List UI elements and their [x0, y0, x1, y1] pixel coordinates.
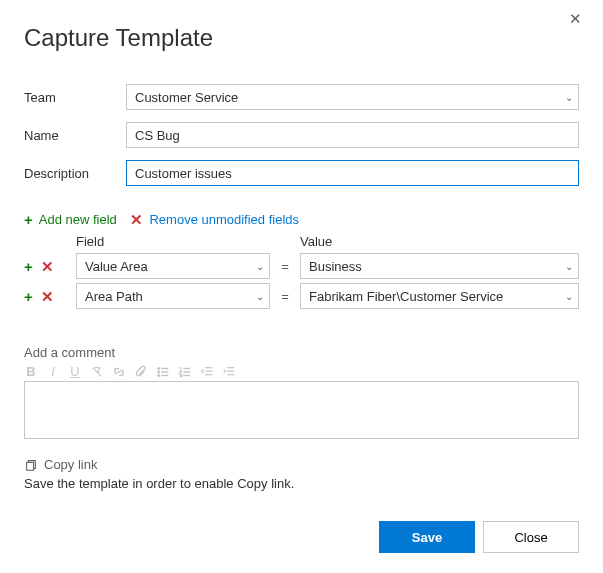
field-column-header: Field [76, 234, 270, 249]
dialog-title: Capture Template [24, 24, 579, 52]
equals-sign: = [270, 289, 300, 304]
number-list-icon[interactable] [178, 365, 192, 379]
team-label: Team [24, 90, 126, 105]
value-select-0[interactable] [300, 253, 579, 279]
copy-link-label: Copy link [44, 457, 97, 472]
bullet-list-icon[interactable] [156, 365, 170, 379]
row-remove-icon[interactable]: ✕ [41, 259, 54, 274]
row-add-icon[interactable]: + [24, 259, 33, 274]
svg-rect-3 [27, 462, 34, 470]
svg-point-0 [158, 367, 160, 369]
field-select-1[interactable] [76, 283, 270, 309]
value-select-1[interactable] [300, 283, 579, 309]
remove-unmodified-label: Remove unmodified fields [149, 212, 299, 227]
svg-point-1 [158, 371, 160, 373]
add-new-field-link[interactable]: + Add new field [24, 212, 117, 227]
remove-unmodified-link[interactable]: ✕ Remove unmodified fields [130, 212, 299, 227]
x-icon: ✕ [130, 212, 143, 227]
field-row: + ✕ ⌄ = ⌄ [24, 253, 579, 279]
description-label: Description [24, 166, 126, 181]
attachment-icon[interactable] [134, 365, 148, 379]
row-remove-icon[interactable]: ✕ [41, 289, 54, 304]
bold-icon[interactable]: B [24, 364, 38, 379]
copy-link-hint: Save the template in order to enable Cop… [24, 476, 579, 491]
copy-link-button[interactable]: Copy link [24, 457, 579, 472]
row-add-icon[interactable]: + [24, 289, 33, 304]
add-new-field-label: Add new field [39, 212, 117, 227]
save-button[interactable]: Save [379, 521, 475, 553]
editor-toolbar: B I U [24, 364, 579, 379]
outdent-icon[interactable] [200, 365, 214, 379]
italic-icon[interactable]: I [46, 364, 60, 379]
copy-icon [24, 458, 38, 472]
value-column-header: Value [300, 234, 579, 249]
link-icon[interactable] [112, 365, 126, 379]
equals-sign: = [270, 259, 300, 274]
field-select-0[interactable] [76, 253, 270, 279]
close-button[interactable]: Close [483, 521, 579, 553]
underline-icon[interactable]: U [68, 364, 82, 379]
close-icon[interactable]: ✕ [565, 10, 585, 28]
comment-textarea[interactable] [24, 381, 579, 439]
indent-icon[interactable] [222, 365, 236, 379]
name-input[interactable] [126, 122, 579, 148]
plus-icon: + [24, 212, 33, 227]
clear-format-icon[interactable] [90, 365, 104, 379]
comment-label: Add a comment [24, 345, 579, 360]
field-row: + ✕ ⌄ = ⌄ [24, 283, 579, 309]
description-input[interactable] [126, 160, 579, 186]
team-select[interactable] [126, 84, 579, 110]
name-label: Name [24, 128, 126, 143]
svg-point-2 [158, 374, 160, 376]
